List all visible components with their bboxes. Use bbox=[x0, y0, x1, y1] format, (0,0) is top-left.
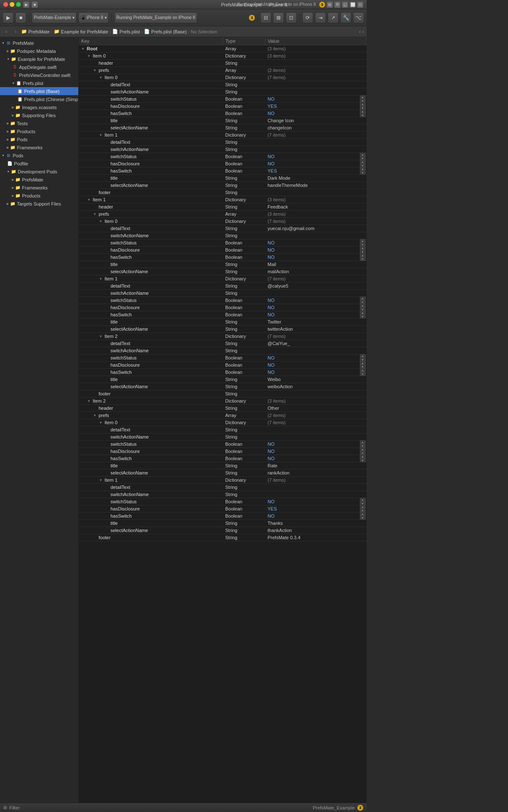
stepper[interactable]: ▲▼ bbox=[360, 153, 366, 160]
expand-button[interactable]: ▼ bbox=[99, 133, 103, 137]
value-cell[interactable]: NO▲▼ bbox=[265, 369, 367, 376]
expand-button[interactable]: ▼ bbox=[99, 76, 103, 80]
value-cell[interactable]: mailAction bbox=[265, 268, 367, 275]
nav-next[interactable]: › bbox=[362, 29, 364, 35]
sidebar-item-devpods[interactable]: ▼ 📁 Development Pods bbox=[0, 167, 78, 176]
toolbar-icon-1[interactable]: ▶ bbox=[23, 2, 29, 8]
table-row[interactable]: ▼prefsArray(2 items) bbox=[79, 67, 367, 74]
expand-button[interactable]: ▼ bbox=[93, 212, 97, 216]
table-row[interactable]: titleStringDark Mode bbox=[79, 175, 367, 182]
window-btn-3[interactable]: ◱ bbox=[342, 2, 348, 8]
sidebar-item-appdelegate[interactable]: S AppDelegate.swift bbox=[0, 63, 78, 71]
git-btn[interactable]: ⌥ bbox=[353, 12, 364, 23]
value-cell[interactable]: NO▲▼ bbox=[265, 304, 367, 311]
value-cell[interactable]: Other bbox=[265, 405, 367, 412]
value-cell[interactable]: YES▲▼ bbox=[265, 505, 367, 513]
table-row[interactable]: switchActionNameString bbox=[79, 88, 367, 96]
expand-button[interactable]: ▼ bbox=[81, 47, 86, 51]
stepper-down[interactable]: ▼ bbox=[360, 516, 365, 519]
value-cell[interactable]: NO▲▼ bbox=[265, 311, 367, 318]
table-row[interactable]: hasSwitchBooleanNO▲▼ bbox=[79, 513, 367, 520]
value-cell[interactable]: Twitter bbox=[265, 318, 367, 326]
stepper[interactable]: ▲▼ bbox=[360, 368, 366, 376]
debug-btn-2[interactable]: ⇥ bbox=[315, 12, 326, 23]
table-row[interactable]: ▼Item 0Dictionary(7 items) bbox=[79, 419, 367, 426]
value-cell[interactable]: Change Icon bbox=[265, 117, 367, 124]
sidebar-item-prefsplist-chinese[interactable]: 📋 Prefs.plist (Chinese (Simplified)) bbox=[0, 95, 78, 103]
table-row[interactable]: hasDisclosureBooleanNO▲▼ bbox=[79, 362, 367, 369]
table-row[interactable]: selectActionNameStringmailAction bbox=[79, 268, 367, 275]
table-row[interactable]: switchStatusBooleanNO▲▼ bbox=[79, 498, 367, 505]
value-cell[interactable] bbox=[265, 60, 367, 67]
stepper-down[interactable]: ▼ bbox=[360, 106, 365, 110]
stepper-up[interactable]: ▲ bbox=[360, 311, 365, 315]
value-cell[interactable]: NO▲▼ bbox=[265, 354, 367, 362]
view-btn-3[interactable]: ⊡ bbox=[286, 12, 297, 23]
stepper[interactable]: ▲▼ bbox=[360, 447, 366, 455]
value-cell[interactable]: YES▲▼ bbox=[265, 103, 367, 110]
stepper-down[interactable]: ▼ bbox=[360, 250, 365, 253]
warning-badge[interactable]: 3 bbox=[319, 2, 325, 8]
table-row[interactable]: switchActionNameString bbox=[79, 232, 367, 239]
value-cell[interactable]: (3 items) bbox=[265, 45, 367, 52]
table-row[interactable]: hasSwitchBooleanNO▲▼ bbox=[79, 455, 367, 462]
activity-btn[interactable]: Running PrefsMate_Example on iPhone 8 bbox=[114, 12, 197, 23]
stepper-up[interactable]: ▲ bbox=[360, 297, 365, 300]
stepper[interactable]: ▲▼ bbox=[360, 102, 366, 110]
stepper-down[interactable]: ▼ bbox=[360, 451, 365, 455]
value-cell[interactable] bbox=[265, 433, 367, 441]
value-cell[interactable]: NO▲▼ bbox=[265, 297, 367, 304]
stepper-up[interactable]: ▲ bbox=[360, 103, 365, 106]
stepper-down[interactable]: ▼ bbox=[360, 365, 365, 368]
value-cell[interactable] bbox=[265, 426, 367, 433]
table-row[interactable]: switchStatusBooleanNO▲▼ bbox=[79, 153, 367, 160]
value-cell[interactable] bbox=[265, 390, 367, 398]
table-row[interactable]: selectActionNameStringweiboAction bbox=[79, 383, 367, 390]
sidebar-item-pods-root[interactable]: ▼ ⊠ Pods bbox=[0, 151, 78, 159]
expand-button[interactable]: ▼ bbox=[93, 414, 97, 417]
expand-button[interactable]: ▼ bbox=[99, 335, 103, 338]
table-row[interactable]: switchActionNameString bbox=[79, 146, 367, 153]
stepper-down[interactable]: ▼ bbox=[360, 444, 365, 447]
value-cell[interactable] bbox=[265, 484, 367, 491]
value-cell[interactable]: (3 items) bbox=[265, 398, 367, 405]
value-cell[interactable]: NO▲▼ bbox=[265, 239, 367, 247]
value-cell[interactable]: NO▲▼ bbox=[265, 362, 367, 369]
table-row[interactable]: ▼Item 1Dictionary(3 items) bbox=[79, 196, 367, 203]
stepper[interactable]: ▲▼ bbox=[360, 440, 366, 448]
stop-button[interactable]: ■ bbox=[15, 12, 26, 23]
filter-label[interactable]: Filter bbox=[9, 805, 19, 810]
stepper[interactable]: ▲▼ bbox=[360, 512, 366, 520]
stepper[interactable]: ▲▼ bbox=[360, 95, 366, 103]
value-cell[interactable]: NO▲▼ bbox=[265, 110, 367, 117]
value-cell[interactable]: @calyue5 bbox=[265, 283, 367, 290]
table-row[interactable]: hasSwitchBooleanYES▲▼ bbox=[79, 167, 367, 175]
value-cell[interactable]: YES▲▼ bbox=[265, 167, 367, 175]
expand-button[interactable]: ▼ bbox=[99, 478, 103, 482]
value-cell[interactable]: changeIcon bbox=[265, 124, 367, 132]
stepper-down[interactable]: ▼ bbox=[360, 372, 365, 376]
stepper[interactable]: ▲▼ bbox=[360, 253, 366, 261]
stepper-up[interactable]: ▲ bbox=[360, 110, 365, 113]
table-row[interactable]: hasDisclosureBooleanNO▲▼ bbox=[79, 304, 367, 311]
table-row[interactable]: hasSwitchBooleanNO▲▼ bbox=[79, 311, 367, 318]
sidebar-item-prefsmate[interactable]: ▼ ⊠ PrefsMate bbox=[0, 39, 78, 47]
stepper-down[interactable]: ▼ bbox=[360, 171, 365, 174]
stepper-up[interactable]: ▲ bbox=[360, 167, 365, 171]
value-cell[interactable]: NO▲▼ bbox=[265, 441, 367, 448]
table-row[interactable]: detailTextStringyuecai.nju@gmail.com bbox=[79, 225, 367, 232]
expand-button[interactable]: ▼ bbox=[99, 421, 103, 425]
run-button[interactable]: ▶ bbox=[3, 12, 14, 23]
stepper-up[interactable]: ▲ bbox=[360, 441, 365, 444]
table-row[interactable]: detailTextString bbox=[79, 139, 367, 146]
stepper-up[interactable]: ▲ bbox=[360, 513, 365, 516]
expand-button[interactable]: ▼ bbox=[87, 54, 91, 58]
view-btn-2[interactable]: ⊠ bbox=[273, 12, 284, 23]
stepper-down[interactable]: ▼ bbox=[360, 307, 365, 311]
value-cell[interactable] bbox=[265, 347, 367, 354]
value-cell[interactable]: Dark Mode bbox=[265, 175, 367, 182]
table-row[interactable]: switchStatusBooleanNO▲▼ bbox=[79, 239, 367, 247]
table-row[interactable]: switchActionNameString bbox=[79, 433, 367, 441]
value-cell[interactable]: (2 items) bbox=[265, 67, 367, 74]
value-cell[interactable]: (7 items) bbox=[265, 419, 367, 426]
